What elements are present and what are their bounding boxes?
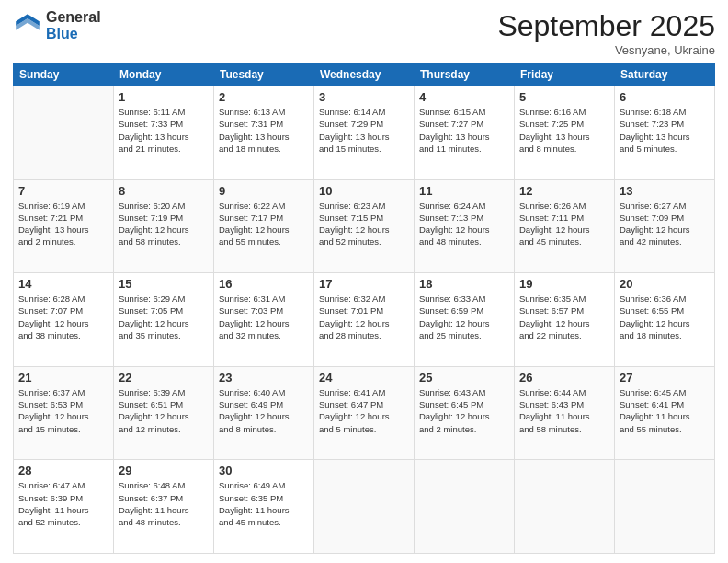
day-number: 9 <box>219 184 309 198</box>
day-info: Sunrise: 6:29 AM Sunset: 7:05 PM Dayligh… <box>119 293 209 341</box>
day-info: Sunrise: 6:41 AM Sunset: 6:47 PM Dayligh… <box>319 386 409 435</box>
calendar-cell: 27Sunrise: 6:45 AM Sunset: 6:41 PM Dayli… <box>615 366 715 460</box>
calendar-cell: 19Sunrise: 6:35 AM Sunset: 6:57 PM Dayli… <box>515 273 615 367</box>
weekday-header-sunday: Sunday <box>14 63 114 86</box>
weekday-header-thursday: Thursday <box>415 63 515 86</box>
calendar-cell: 8Sunrise: 6:20 AM Sunset: 7:19 PM Daylig… <box>114 179 214 273</box>
weekday-header-saturday: Saturday <box>615 63 715 86</box>
day-number: 15 <box>119 277 209 291</box>
calendar-cell: 1Sunrise: 6:11 AM Sunset: 7:33 PM Daylig… <box>114 86 214 180</box>
day-info: Sunrise: 6:44 AM Sunset: 6:43 PM Dayligh… <box>519 386 609 435</box>
day-number: 1 <box>119 90 209 104</box>
day-info: Sunrise: 6:33 AM Sunset: 6:59 PM Dayligh… <box>419 293 509 341</box>
day-info: Sunrise: 6:39 AM Sunset: 6:51 PM Dayligh… <box>119 386 209 435</box>
calendar-cell: 23Sunrise: 6:40 AM Sunset: 6:49 PM Dayli… <box>214 366 314 460</box>
day-number: 12 <box>519 184 609 198</box>
location-subtitle: Vesnyane, Ukraine <box>497 43 715 57</box>
calendar-cell: 2Sunrise: 6:13 AM Sunset: 7:31 PM Daylig… <box>214 86 314 180</box>
calendar-cell: 29Sunrise: 6:48 AM Sunset: 6:37 PM Dayli… <box>114 460 214 554</box>
weekday-header-monday: Monday <box>114 63 214 86</box>
day-info: Sunrise: 6:23 AM Sunset: 7:15 PM Dayligh… <box>319 200 409 248</box>
header-row: SundayMondayTuesdayWednesdayThursdayFrid… <box>14 63 715 86</box>
day-info: Sunrise: 6:45 AM Sunset: 6:41 PM Dayligh… <box>620 386 710 435</box>
calendar-week-2: 7Sunrise: 6:19 AM Sunset: 7:21 PM Daylig… <box>14 179 715 273</box>
day-number: 14 <box>18 277 108 291</box>
calendar-cell: 16Sunrise: 6:31 AM Sunset: 7:03 PM Dayli… <box>214 273 314 367</box>
calendar-cell: 10Sunrise: 6:23 AM Sunset: 7:15 PM Dayli… <box>314 179 415 273</box>
day-number: 13 <box>620 184 710 198</box>
logo-blue: Blue <box>46 26 101 42</box>
day-info: Sunrise: 6:16 AM Sunset: 7:25 PM Dayligh… <box>519 106 609 155</box>
day-number: 2 <box>219 90 309 104</box>
day-number: 18 <box>419 277 509 291</box>
day-number: 17 <box>319 277 409 291</box>
day-info: Sunrise: 6:32 AM Sunset: 7:01 PM Dayligh… <box>319 293 409 341</box>
calendar-cell: 25Sunrise: 6:43 AM Sunset: 6:45 PM Dayli… <box>415 366 515 460</box>
calendar-cell: 11Sunrise: 6:24 AM Sunset: 7:13 PM Dayli… <box>415 179 515 273</box>
calendar-cell <box>415 460 515 554</box>
day-number: 16 <box>219 277 309 291</box>
calendar-cell: 7Sunrise: 6:19 AM Sunset: 7:21 PM Daylig… <box>14 179 114 273</box>
logo-icon <box>13 11 42 40</box>
calendar-week-5: 28Sunrise: 6:47 AM Sunset: 6:39 PM Dayli… <box>14 460 715 554</box>
calendar-week-1: 1Sunrise: 6:11 AM Sunset: 7:33 PM Daylig… <box>14 86 715 180</box>
day-info: Sunrise: 6:18 AM Sunset: 7:23 PM Dayligh… <box>620 106 710 155</box>
calendar-cell <box>515 460 615 554</box>
calendar-cell: 13Sunrise: 6:27 AM Sunset: 7:09 PM Dayli… <box>615 179 715 273</box>
calendar-cell: 9Sunrise: 6:22 AM Sunset: 7:17 PM Daylig… <box>214 179 314 273</box>
calendar-week-4: 21Sunrise: 6:37 AM Sunset: 6:53 PM Dayli… <box>14 366 715 460</box>
day-number: 8 <box>119 184 209 198</box>
calendar-cell: 21Sunrise: 6:37 AM Sunset: 6:53 PM Dayli… <box>14 366 114 460</box>
day-number: 25 <box>419 371 509 385</box>
day-number: 11 <box>419 184 509 198</box>
calendar-cell: 15Sunrise: 6:29 AM Sunset: 7:05 PM Dayli… <box>114 273 214 367</box>
day-number: 20 <box>620 277 710 291</box>
calendar-cell: 24Sunrise: 6:41 AM Sunset: 6:47 PM Dayli… <box>314 366 415 460</box>
calendar-cell: 12Sunrise: 6:26 AM Sunset: 7:11 PM Dayli… <box>515 179 615 273</box>
header: General Blue September 2025 Vesnyane, Uk… <box>13 9 715 57</box>
title-section: September 2025 Vesnyane, Ukraine <box>497 9 715 57</box>
page: General Blue September 2025 Vesnyane, Uk… <box>0 0 728 563</box>
day-info: Sunrise: 6:27 AM Sunset: 7:09 PM Dayligh… <box>620 200 710 248</box>
calendar-cell: 5Sunrise: 6:16 AM Sunset: 7:25 PM Daylig… <box>515 86 615 180</box>
day-info: Sunrise: 6:37 AM Sunset: 6:53 PM Dayligh… <box>18 386 108 435</box>
day-number: 29 <box>119 464 209 477</box>
calendar-cell: 18Sunrise: 6:33 AM Sunset: 6:59 PM Dayli… <box>415 273 515 367</box>
day-info: Sunrise: 6:14 AM Sunset: 7:29 PM Dayligh… <box>319 106 409 155</box>
calendar-cell: 6Sunrise: 6:18 AM Sunset: 7:23 PM Daylig… <box>615 86 715 180</box>
day-number: 22 <box>119 371 209 385</box>
logo: General Blue <box>13 9 101 41</box>
day-number: 30 <box>219 464 309 477</box>
calendar-table: SundayMondayTuesdayWednesdayThursdayFrid… <box>13 63 715 554</box>
logo-text: General Blue <box>46 9 101 41</box>
day-number: 5 <box>519 90 609 104</box>
calendar-cell: 30Sunrise: 6:49 AM Sunset: 6:35 PM Dayli… <box>214 460 314 554</box>
day-info: Sunrise: 6:49 AM Sunset: 6:35 PM Dayligh… <box>219 479 309 528</box>
day-number: 23 <box>219 371 309 385</box>
day-info: Sunrise: 6:24 AM Sunset: 7:13 PM Dayligh… <box>419 200 509 248</box>
calendar-cell <box>314 460 415 554</box>
day-number: 10 <box>319 184 409 198</box>
calendar-cell: 14Sunrise: 6:28 AM Sunset: 7:07 PM Dayli… <box>14 273 114 367</box>
day-number: 7 <box>18 184 108 198</box>
day-info: Sunrise: 6:35 AM Sunset: 6:57 PM Dayligh… <box>519 293 609 341</box>
day-info: Sunrise: 6:40 AM Sunset: 6:49 PM Dayligh… <box>219 386 309 435</box>
weekday-header-wednesday: Wednesday <box>314 63 415 86</box>
day-info: Sunrise: 6:15 AM Sunset: 7:27 PM Dayligh… <box>419 106 509 155</box>
calendar-cell: 22Sunrise: 6:39 AM Sunset: 6:51 PM Dayli… <box>114 366 214 460</box>
day-number: 28 <box>18 464 108 477</box>
calendar-cell <box>14 86 114 180</box>
day-number: 24 <box>319 371 409 385</box>
day-number: 3 <box>319 90 409 104</box>
calendar-cell <box>615 460 715 554</box>
day-number: 27 <box>620 371 710 385</box>
calendar-cell: 3Sunrise: 6:14 AM Sunset: 7:29 PM Daylig… <box>314 86 415 180</box>
day-info: Sunrise: 6:22 AM Sunset: 7:17 PM Dayligh… <box>219 200 309 248</box>
weekday-header-friday: Friday <box>515 63 615 86</box>
day-info: Sunrise: 6:11 AM Sunset: 7:33 PM Dayligh… <box>119 106 209 155</box>
day-number: 6 <box>620 90 710 104</box>
day-info: Sunrise: 6:28 AM Sunset: 7:07 PM Dayligh… <box>18 293 108 341</box>
day-info: Sunrise: 6:47 AM Sunset: 6:39 PM Dayligh… <box>18 479 108 528</box>
day-info: Sunrise: 6:36 AM Sunset: 6:55 PM Dayligh… <box>620 293 710 341</box>
day-number: 26 <box>519 371 609 385</box>
